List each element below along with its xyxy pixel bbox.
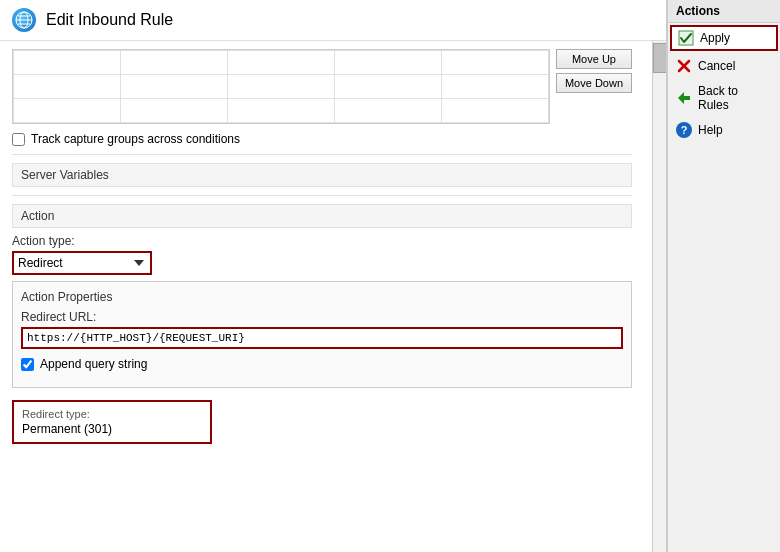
apply-icon bbox=[678, 30, 694, 46]
action-properties-title: Action Properties bbox=[21, 290, 623, 304]
cancel-icon bbox=[676, 58, 692, 74]
redirect-url-group: Redirect URL: bbox=[21, 310, 623, 349]
scroll-thumb[interactable] bbox=[653, 43, 666, 73]
move-up-button[interactable]: Move Up bbox=[556, 49, 632, 69]
redirect-type-value: Permanent (301) bbox=[22, 422, 202, 436]
form-inner: Move Up Move Down Track capture groups a… bbox=[0, 49, 652, 470]
action-type-select[interactable]: Redirect None Rewrite CustomResponse Abo… bbox=[12, 251, 152, 275]
separator-2 bbox=[12, 195, 632, 196]
help-icon: ? bbox=[676, 122, 692, 138]
cancel-label: Cancel bbox=[698, 59, 735, 73]
cancel-button[interactable]: Cancel bbox=[668, 53, 780, 79]
redirect-url-label: Redirect URL: bbox=[21, 310, 623, 324]
action-properties-box: Action Properties Redirect URL: Append q… bbox=[12, 281, 632, 388]
track-capture-label: Track capture groups across conditions bbox=[31, 132, 240, 146]
help-button[interactable]: ? Help bbox=[668, 117, 780, 143]
move-down-button[interactable]: Move Down bbox=[556, 73, 632, 93]
apply-button[interactable]: Apply bbox=[670, 25, 778, 51]
track-capture-checkbox[interactable] bbox=[12, 133, 25, 146]
actions-panel-title: Actions bbox=[668, 0, 780, 23]
apply-label: Apply bbox=[700, 31, 730, 45]
back-to-rules-label: Back to Rules bbox=[698, 84, 772, 112]
main-content: Edit Inbound Rule Move Up Move Down bbox=[0, 0, 667, 552]
action-header: Action bbox=[12, 204, 632, 228]
append-query-row: Append query string bbox=[21, 357, 623, 371]
globe-icon bbox=[12, 8, 36, 32]
back-to-rules-button[interactable]: Back to Rules bbox=[668, 79, 780, 117]
move-buttons: Move Up Move Down bbox=[556, 49, 632, 93]
conditions-table-area: Move Up Move Down bbox=[12, 49, 632, 124]
conditions-table bbox=[12, 49, 550, 124]
separator-1 bbox=[12, 154, 632, 155]
append-query-checkbox[interactable] bbox=[21, 358, 34, 371]
action-type-label: Action type: bbox=[12, 234, 632, 248]
svg-marker-8 bbox=[678, 92, 690, 104]
title-bar: Edit Inbound Rule bbox=[0, 0, 666, 41]
actions-panel: Actions Apply Cancel Back to Rules bbox=[667, 0, 780, 552]
action-type-group: Action type: Redirect None Rewrite Custo… bbox=[12, 234, 632, 275]
back-icon bbox=[676, 90, 692, 106]
redirect-type-label: Redirect type: bbox=[22, 408, 202, 420]
help-label: Help bbox=[698, 123, 723, 137]
form-area: Move Up Move Down Track capture groups a… bbox=[0, 41, 666, 552]
track-checkbox-row: Track capture groups across conditions bbox=[12, 132, 632, 146]
conditions-grid bbox=[13, 50, 549, 123]
server-variables-header: Server Variables bbox=[12, 163, 632, 187]
redirect-type-box: Redirect type: Permanent (301) bbox=[12, 400, 212, 444]
append-query-label: Append query string bbox=[40, 357, 147, 371]
scrollbar[interactable] bbox=[652, 41, 666, 552]
redirect-url-input[interactable] bbox=[21, 327, 623, 349]
page-title: Edit Inbound Rule bbox=[46, 11, 173, 29]
